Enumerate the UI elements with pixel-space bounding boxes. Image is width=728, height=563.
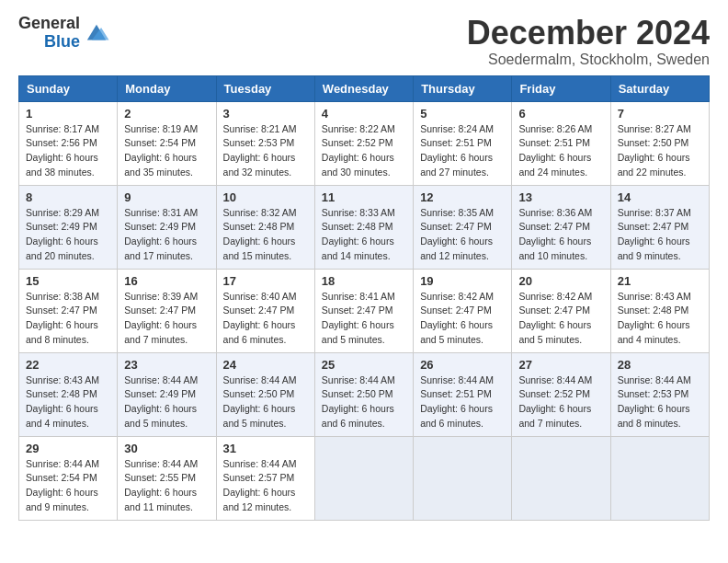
logo-icon bbox=[84, 23, 109, 43]
sunrise-label: Sunrise: 8:43 AM bbox=[618, 291, 691, 302]
sunset-label: Sunset: 2:47 PM bbox=[518, 304, 590, 316]
sunset-label: Sunset: 2:51 PM bbox=[420, 388, 492, 399]
sunrise-label: Sunrise: 8:44 AM bbox=[420, 374, 494, 385]
logo-general-text: General bbox=[18, 15, 80, 33]
sunset-label: Sunset: 2:53 PM bbox=[223, 137, 295, 148]
day-number: 10 bbox=[223, 190, 308, 204]
day-number: 9 bbox=[124, 190, 209, 204]
daylight-label: Daylight: 6 hours and 6 minutes. bbox=[322, 403, 394, 429]
sunset-label: Sunset: 2:47 PM bbox=[518, 221, 590, 232]
sunset-label: Sunset: 2:51 PM bbox=[518, 137, 590, 148]
sunrise-label: Sunrise: 8:32 AM bbox=[223, 207, 297, 218]
sunrise-label: Sunrise: 8:29 AM bbox=[26, 207, 99, 218]
calendar-cell: 26 Sunrise: 8:44 AM Sunset: 2:51 PM Dayl… bbox=[414, 352, 512, 436]
day-number: 14 bbox=[618, 190, 702, 204]
day-number: 2 bbox=[124, 107, 209, 121]
daylight-label: Daylight: 6 hours and 32 minutes. bbox=[223, 152, 296, 178]
day-number: 26 bbox=[420, 358, 505, 372]
day-number: 11 bbox=[322, 190, 406, 204]
day-info: Sunrise: 8:27 AM Sunset: 2:50 PM Dayligh… bbox=[618, 122, 702, 180]
day-info: Sunrise: 8:44 AM Sunset: 2:51 PM Dayligh… bbox=[420, 373, 505, 431]
day-info: Sunrise: 8:44 AM Sunset: 2:49 PM Dayligh… bbox=[124, 373, 209, 431]
day-number: 13 bbox=[518, 190, 603, 204]
logo-blue-text: Blue bbox=[44, 33, 80, 52]
sunrise-label: Sunrise: 8:22 AM bbox=[322, 123, 395, 134]
calendar-cell: 15 Sunrise: 8:38 AM Sunset: 2:47 PM Dayl… bbox=[19, 269, 118, 352]
daylight-label: Daylight: 6 hours and 5 minutes. bbox=[124, 403, 197, 429]
day-info: Sunrise: 8:44 AM Sunset: 2:50 PM Dayligh… bbox=[322, 373, 406, 431]
sunset-label: Sunset: 2:56 PM bbox=[26, 137, 97, 148]
daylight-label: Daylight: 6 hours and 4 minutes. bbox=[26, 403, 98, 429]
day-info: Sunrise: 8:44 AM Sunset: 2:53 PM Dayligh… bbox=[618, 373, 702, 431]
daylight-label: Daylight: 6 hours and 9 minutes. bbox=[26, 487, 98, 512]
day-number: 30 bbox=[124, 442, 209, 455]
sunrise-label: Sunrise: 8:36 AM bbox=[518, 207, 592, 218]
calendar-cell: 14 Sunrise: 8:37 AM Sunset: 2:47 PM Dayl… bbox=[610, 185, 709, 269]
day-info: Sunrise: 8:17 AM Sunset: 2:56 PM Dayligh… bbox=[26, 122, 110, 180]
calendar-cell: 28 Sunrise: 8:44 AM Sunset: 2:53 PM Dayl… bbox=[610, 352, 709, 436]
sunrise-label: Sunrise: 8:44 AM bbox=[26, 458, 99, 469]
day-number: 7 bbox=[618, 107, 702, 121]
day-number: 24 bbox=[223, 358, 308, 372]
calendar-cell: 10 Sunrise: 8:32 AM Sunset: 2:48 PM Dayl… bbox=[216, 185, 314, 269]
sunrise-label: Sunrise: 8:24 AM bbox=[420, 123, 494, 134]
day-number: 12 bbox=[420, 190, 505, 204]
header-thursday: Thursday bbox=[414, 75, 512, 101]
day-number: 21 bbox=[618, 274, 702, 288]
week-row-4: 22 Sunrise: 8:43 AM Sunset: 2:48 PM Dayl… bbox=[19, 352, 710, 436]
sunrise-label: Sunrise: 8:31 AM bbox=[124, 207, 198, 218]
sunrise-label: Sunrise: 8:44 AM bbox=[223, 374, 297, 385]
day-info: Sunrise: 8:22 AM Sunset: 2:52 PM Dayligh… bbox=[322, 122, 406, 180]
day-info: Sunrise: 8:33 AM Sunset: 2:48 PM Dayligh… bbox=[322, 206, 406, 264]
title-area: December 2024 Soedermalm, Stockholm, Swe… bbox=[467, 15, 710, 68]
logo: General Blue bbox=[18, 15, 109, 52]
day-info: Sunrise: 8:44 AM Sunset: 2:55 PM Dayligh… bbox=[124, 457, 209, 515]
sunrise-label: Sunrise: 8:40 AM bbox=[223, 291, 297, 302]
sunset-label: Sunset: 2:48 PM bbox=[223, 221, 295, 232]
header-tuesday: Tuesday bbox=[216, 75, 314, 101]
sunrise-label: Sunrise: 8:19 AM bbox=[124, 123, 198, 134]
daylight-label: Daylight: 6 hours and 8 minutes. bbox=[26, 319, 98, 345]
daylight-label: Daylight: 6 hours and 5 minutes. bbox=[518, 319, 591, 345]
day-number: 27 bbox=[518, 358, 603, 372]
day-info: Sunrise: 8:19 AM Sunset: 2:54 PM Dayligh… bbox=[124, 122, 209, 180]
sunset-label: Sunset: 2:48 PM bbox=[26, 388, 97, 399]
sunrise-label: Sunrise: 8:43 AM bbox=[26, 374, 99, 385]
day-info: Sunrise: 8:32 AM Sunset: 2:48 PM Dayligh… bbox=[223, 206, 308, 264]
daylight-label: Daylight: 6 hours and 9 minutes. bbox=[618, 236, 690, 261]
day-info: Sunrise: 8:43 AM Sunset: 2:48 PM Dayligh… bbox=[618, 290, 702, 348]
header: General Blue December 2024 Soedermalm, S… bbox=[18, 15, 710, 68]
header-saturday: Saturday bbox=[610, 75, 709, 101]
sunset-label: Sunset: 2:47 PM bbox=[124, 304, 196, 316]
daylight-label: Daylight: 6 hours and 15 minutes. bbox=[223, 236, 296, 261]
sunrise-label: Sunrise: 8:26 AM bbox=[518, 123, 592, 134]
sunrise-label: Sunrise: 8:39 AM bbox=[124, 291, 198, 302]
day-number: 4 bbox=[322, 107, 406, 121]
sunset-label: Sunset: 2:51 PM bbox=[420, 137, 492, 148]
day-info: Sunrise: 8:36 AM Sunset: 2:47 PM Dayligh… bbox=[518, 206, 603, 264]
sunrise-label: Sunrise: 8:44 AM bbox=[322, 374, 395, 385]
calendar-cell: 16 Sunrise: 8:39 AM Sunset: 2:47 PM Dayl… bbox=[118, 269, 216, 352]
sunset-label: Sunset: 2:57 PM bbox=[223, 472, 295, 483]
calendar-cell: 23 Sunrise: 8:44 AM Sunset: 2:49 PM Dayl… bbox=[118, 352, 216, 436]
day-info: Sunrise: 8:39 AM Sunset: 2:47 PM Dayligh… bbox=[124, 290, 209, 348]
calendar-cell: 27 Sunrise: 8:44 AM Sunset: 2:52 PM Dayl… bbox=[512, 352, 610, 436]
main-title: December 2024 bbox=[467, 15, 710, 52]
day-info: Sunrise: 8:35 AM Sunset: 2:47 PM Dayligh… bbox=[420, 206, 505, 264]
calendar-cell: 21 Sunrise: 8:43 AM Sunset: 2:48 PM Dayl… bbox=[610, 269, 709, 352]
calendar-cell: 30 Sunrise: 8:44 AM Sunset: 2:55 PM Dayl… bbox=[118, 436, 216, 520]
calendar-table: SundayMondayTuesdayWednesdayThursdayFrid… bbox=[18, 75, 710, 521]
sunrise-label: Sunrise: 8:44 AM bbox=[223, 458, 297, 469]
daylight-label: Daylight: 6 hours and 11 minutes. bbox=[124, 487, 197, 512]
calendar-cell: 22 Sunrise: 8:43 AM Sunset: 2:48 PM Dayl… bbox=[19, 352, 118, 436]
sunrise-label: Sunrise: 8:37 AM bbox=[618, 207, 691, 218]
day-number: 16 bbox=[124, 274, 209, 288]
sunset-label: Sunset: 2:47 PM bbox=[420, 221, 492, 232]
daylight-label: Daylight: 6 hours and 22 minutes. bbox=[618, 152, 690, 178]
calendar-cell: 25 Sunrise: 8:44 AM Sunset: 2:50 PM Dayl… bbox=[314, 352, 413, 436]
day-info: Sunrise: 8:31 AM Sunset: 2:49 PM Dayligh… bbox=[124, 206, 209, 264]
calendar-cell: 9 Sunrise: 8:31 AM Sunset: 2:49 PM Dayli… bbox=[118, 185, 216, 269]
sunrise-label: Sunrise: 8:41 AM bbox=[322, 291, 395, 302]
sunset-label: Sunset: 2:54 PM bbox=[124, 137, 196, 148]
sunset-label: Sunset: 2:52 PM bbox=[322, 137, 393, 148]
